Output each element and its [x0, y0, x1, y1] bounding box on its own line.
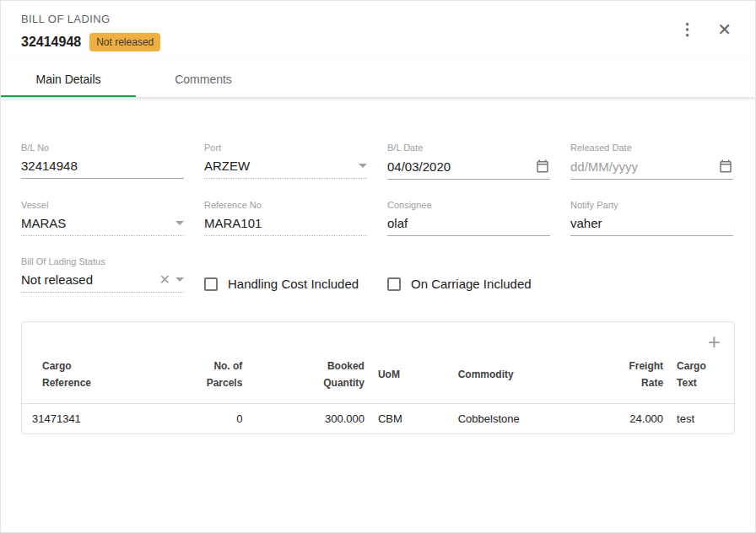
port-label: Port	[204, 143, 367, 153]
bl-number: 32414948	[21, 35, 81, 50]
tab-comments[interactable]: Comments	[136, 60, 271, 97]
handling-cost-checkbox[interactable]	[204, 277, 218, 291]
on-carriage-label: On Carriage Included	[411, 277, 532, 291]
bl-status-label: Bill Of Lading Status	[21, 256, 184, 266]
add-cargo-icon[interactable]: +	[708, 332, 721, 351]
cell-cargo-text: test	[670, 404, 734, 434]
cargo-grid-card: + Cargo Reference No. of Parcels Booked …	[21, 321, 735, 434]
bl-no-input[interactable]	[21, 159, 184, 173]
field-notify-party: Notify Party	[570, 200, 733, 236]
field-port: Port ARZEW	[204, 143, 367, 180]
cargo-table-row[interactable]: 31471341 0 300.000 CBM Cobbelstone 24.00…	[22, 404, 734, 434]
notify-party-input[interactable]	[570, 216, 733, 230]
reference-no-control	[204, 216, 367, 236]
bl-no-label: B/L No	[21, 143, 184, 153]
calendar-icon[interactable]	[718, 159, 733, 174]
notify-party-control	[570, 216, 733, 236]
cell-parcels: 0	[181, 404, 249, 434]
col-cargo-text: Cargo Text	[670, 353, 734, 404]
dialog-title: BILL OF LADING	[21, 13, 160, 25]
notify-party-label: Notify Party	[570, 200, 733, 210]
form-row-3: Bill Of Lading Status Not released ✕ Han…	[21, 256, 735, 293]
field-consignee: Consignee	[387, 200, 550, 236]
cargo-table-header-row: Cargo Reference No. of Parcels Booked Qu…	[22, 353, 734, 404]
close-icon[interactable]: ✕	[717, 21, 732, 38]
bill-of-lading-dialog: BILL OF LADING 32414948 Not released ⋮ ✕…	[0, 0, 756, 533]
bl-date-label: B/L Date	[387, 143, 550, 153]
header-text: BILL OF LADING 32414948 Not released	[21, 13, 160, 51]
dialog-header: BILL OF LADING 32414948 Not released ⋮ ✕	[1, 1, 755, 60]
clear-icon[interactable]: ✕	[159, 273, 170, 287]
field-reference-no: Reference No	[204, 200, 367, 236]
vessel-value: MARAS	[21, 216, 170, 230]
reference-no-label: Reference No	[204, 200, 367, 210]
header-line2: 32414948 Not released	[21, 33, 160, 51]
field-bl-no: B/L No	[21, 143, 184, 180]
cargo-grid-toolbar: +	[22, 322, 734, 353]
form-row-1: B/L No Port ARZEW B/L Date	[21, 143, 735, 180]
consignee-control	[387, 216, 550, 236]
chevron-down-icon[interactable]	[359, 164, 367, 168]
cell-booked-quantity: 300.000	[249, 404, 371, 434]
col-cargo-reference: Cargo Reference	[22, 353, 181, 404]
bl-date-control	[387, 159, 550, 180]
port-select[interactable]: ARZEW	[204, 159, 367, 179]
header-actions: ⋮ ✕	[679, 13, 735, 38]
col-freight-rate: Freight Rate	[598, 353, 670, 404]
released-date-label: Released Date	[570, 143, 733, 153]
col-commodity: Commodity	[451, 353, 599, 404]
bl-status-value: Not released	[21, 272, 154, 287]
kebab-menu-icon[interactable]: ⋮	[679, 21, 695, 38]
field-released-date: Released Date	[570, 143, 733, 180]
port-value: ARZEW	[204, 159, 354, 173]
bl-status-select[interactable]: Not released ✕	[21, 272, 184, 293]
tab-main-details[interactable]: Main Details	[1, 60, 136, 97]
status-badge: Not released	[89, 33, 160, 51]
released-date-input[interactable]	[570, 159, 713, 174]
chevron-down-icon[interactable]	[176, 221, 184, 225]
field-bl-status: Bill Of Lading Status Not released ✕	[21, 256, 184, 293]
chevron-down-icon[interactable]	[176, 277, 184, 282]
cell-uom: CBM	[371, 404, 451, 434]
bl-date-input[interactable]	[387, 159, 530, 174]
handling-cost-checkbox-field: Handling Cost Included	[204, 275, 367, 293]
col-parcels: No. of Parcels	[181, 353, 249, 404]
cell-freight-rate: 24.000	[598, 404, 670, 434]
tab-bar: Main Details Comments	[1, 60, 755, 97]
bl-no-control	[21, 159, 184, 179]
col-booked-quantity: Booked Quantity	[249, 353, 371, 404]
consignee-input[interactable]	[387, 216, 550, 230]
form-row-2: Vessel MARAS Reference No Consignee N	[21, 200, 735, 236]
vessel-label: Vessel	[21, 200, 184, 210]
field-bl-date: B/L Date	[387, 143, 550, 180]
cell-cargo-reference: 31471341	[22, 404, 181, 434]
on-carriage-checkbox[interactable]	[387, 277, 401, 291]
col-uom: UoM	[371, 353, 451, 404]
cargo-table: Cargo Reference No. of Parcels Booked Qu…	[22, 353, 734, 433]
cell-commodity: Cobbelstone	[451, 404, 599, 434]
vessel-select[interactable]: MARAS	[21, 216, 184, 236]
calendar-icon[interactable]	[535, 159, 550, 174]
main-details-form: B/L No Port ARZEW B/L Date	[1, 97, 755, 293]
consignee-label: Consignee	[387, 200, 550, 210]
reference-no-input[interactable]	[204, 216, 367, 230]
handling-cost-label: Handling Cost Included	[228, 277, 359, 291]
on-carriage-checkbox-field: On Carriage Included	[387, 275, 550, 293]
field-vessel: Vessel MARAS	[21, 200, 184, 236]
released-date-control	[570, 159, 733, 180]
